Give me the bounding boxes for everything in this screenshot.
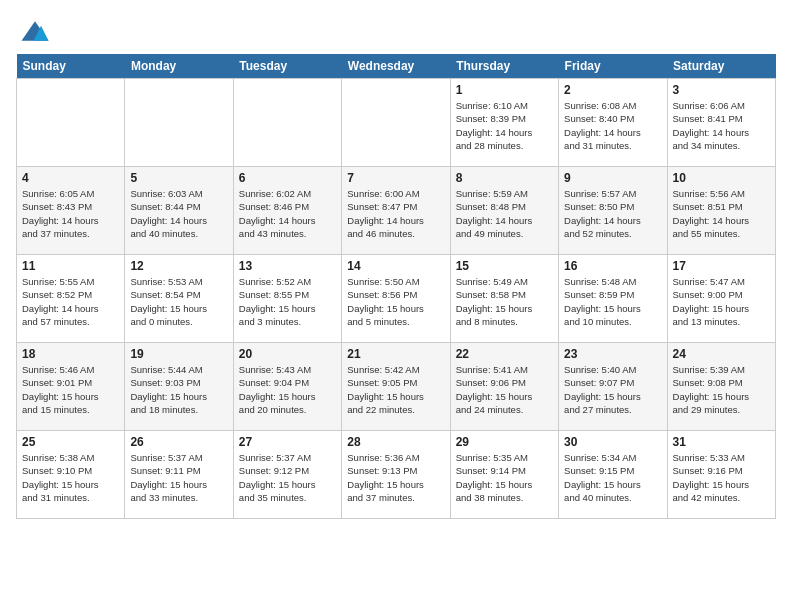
calendar-cell: 8Sunrise: 5:59 AM Sunset: 8:48 PM Daylig…: [450, 167, 558, 255]
day-number: 29: [456, 435, 553, 449]
calendar-week-row: 25Sunrise: 5:38 AM Sunset: 9:10 PM Dayli…: [17, 431, 776, 519]
calendar-cell: 11Sunrise: 5:55 AM Sunset: 8:52 PM Dayli…: [17, 255, 125, 343]
day-number: 26: [130, 435, 227, 449]
day-number: 20: [239, 347, 336, 361]
day-info: Sunrise: 6:06 AM Sunset: 8:41 PM Dayligh…: [673, 99, 770, 152]
day-number: 11: [22, 259, 119, 273]
day-info: Sunrise: 5:43 AM Sunset: 9:04 PM Dayligh…: [239, 363, 336, 416]
calendar-cell: 4Sunrise: 6:05 AM Sunset: 8:43 PM Daylig…: [17, 167, 125, 255]
day-number: 19: [130, 347, 227, 361]
calendar-cell: 3Sunrise: 6:06 AM Sunset: 8:41 PM Daylig…: [667, 79, 775, 167]
day-number: 27: [239, 435, 336, 449]
day-info: Sunrise: 5:33 AM Sunset: 9:16 PM Dayligh…: [673, 451, 770, 504]
day-number: 23: [564, 347, 661, 361]
weekday-header: Saturday: [667, 54, 775, 79]
calendar-cell: 28Sunrise: 5:36 AM Sunset: 9:13 PM Dayli…: [342, 431, 450, 519]
calendar-cell: [342, 79, 450, 167]
calendar-cell: 30Sunrise: 5:34 AM Sunset: 9:15 PM Dayli…: [559, 431, 667, 519]
calendar-week-row: 18Sunrise: 5:46 AM Sunset: 9:01 PM Dayli…: [17, 343, 776, 431]
day-info: Sunrise: 5:53 AM Sunset: 8:54 PM Dayligh…: [130, 275, 227, 328]
day-info: Sunrise: 5:56 AM Sunset: 8:51 PM Dayligh…: [673, 187, 770, 240]
day-info: Sunrise: 5:37 AM Sunset: 9:11 PM Dayligh…: [130, 451, 227, 504]
calendar-cell: 17Sunrise: 5:47 AM Sunset: 9:00 PM Dayli…: [667, 255, 775, 343]
calendar-cell: [233, 79, 341, 167]
logo: [16, 16, 50, 46]
calendar-cell: 14Sunrise: 5:50 AM Sunset: 8:56 PM Dayli…: [342, 255, 450, 343]
weekday-header: Sunday: [17, 54, 125, 79]
calendar-week-row: 11Sunrise: 5:55 AM Sunset: 8:52 PM Dayli…: [17, 255, 776, 343]
calendar-cell: 26Sunrise: 5:37 AM Sunset: 9:11 PM Dayli…: [125, 431, 233, 519]
calendar-week-row: 1Sunrise: 6:10 AM Sunset: 8:39 PM Daylig…: [17, 79, 776, 167]
day-info: Sunrise: 5:37 AM Sunset: 9:12 PM Dayligh…: [239, 451, 336, 504]
day-info: Sunrise: 5:52 AM Sunset: 8:55 PM Dayligh…: [239, 275, 336, 328]
day-number: 22: [456, 347, 553, 361]
day-info: Sunrise: 5:42 AM Sunset: 9:05 PM Dayligh…: [347, 363, 444, 416]
calendar-cell: 1Sunrise: 6:10 AM Sunset: 8:39 PM Daylig…: [450, 79, 558, 167]
weekday-header-row: SundayMondayTuesdayWednesdayThursdayFrid…: [17, 54, 776, 79]
day-info: Sunrise: 6:02 AM Sunset: 8:46 PM Dayligh…: [239, 187, 336, 240]
day-number: 2: [564, 83, 661, 97]
day-info: Sunrise: 5:36 AM Sunset: 9:13 PM Dayligh…: [347, 451, 444, 504]
calendar-cell: 31Sunrise: 5:33 AM Sunset: 9:16 PM Dayli…: [667, 431, 775, 519]
calendar-cell: 13Sunrise: 5:52 AM Sunset: 8:55 PM Dayli…: [233, 255, 341, 343]
calendar-cell: 24Sunrise: 5:39 AM Sunset: 9:08 PM Dayli…: [667, 343, 775, 431]
day-info: Sunrise: 5:47 AM Sunset: 9:00 PM Dayligh…: [673, 275, 770, 328]
calendar-cell: 5Sunrise: 6:03 AM Sunset: 8:44 PM Daylig…: [125, 167, 233, 255]
day-info: Sunrise: 6:08 AM Sunset: 8:40 PM Dayligh…: [564, 99, 661, 152]
calendar-cell: 9Sunrise: 5:57 AM Sunset: 8:50 PM Daylig…: [559, 167, 667, 255]
day-number: 7: [347, 171, 444, 185]
weekday-header: Monday: [125, 54, 233, 79]
calendar-cell: 23Sunrise: 5:40 AM Sunset: 9:07 PM Dayli…: [559, 343, 667, 431]
day-number: 21: [347, 347, 444, 361]
logo-icon: [20, 16, 50, 46]
day-info: Sunrise: 5:59 AM Sunset: 8:48 PM Dayligh…: [456, 187, 553, 240]
day-info: Sunrise: 5:50 AM Sunset: 8:56 PM Dayligh…: [347, 275, 444, 328]
day-number: 18: [22, 347, 119, 361]
day-info: Sunrise: 5:34 AM Sunset: 9:15 PM Dayligh…: [564, 451, 661, 504]
day-number: 1: [456, 83, 553, 97]
calendar-table: SundayMondayTuesdayWednesdayThursdayFrid…: [16, 54, 776, 519]
day-info: Sunrise: 5:35 AM Sunset: 9:14 PM Dayligh…: [456, 451, 553, 504]
day-number: 28: [347, 435, 444, 449]
day-info: Sunrise: 5:39 AM Sunset: 9:08 PM Dayligh…: [673, 363, 770, 416]
calendar-cell: 6Sunrise: 6:02 AM Sunset: 8:46 PM Daylig…: [233, 167, 341, 255]
day-number: 12: [130, 259, 227, 273]
day-info: Sunrise: 5:40 AM Sunset: 9:07 PM Dayligh…: [564, 363, 661, 416]
day-info: Sunrise: 5:38 AM Sunset: 9:10 PM Dayligh…: [22, 451, 119, 504]
day-number: 25: [22, 435, 119, 449]
day-number: 5: [130, 171, 227, 185]
calendar-cell: 21Sunrise: 5:42 AM Sunset: 9:05 PM Dayli…: [342, 343, 450, 431]
day-number: 3: [673, 83, 770, 97]
day-number: 15: [456, 259, 553, 273]
calendar-cell: 20Sunrise: 5:43 AM Sunset: 9:04 PM Dayli…: [233, 343, 341, 431]
calendar-cell: 2Sunrise: 6:08 AM Sunset: 8:40 PM Daylig…: [559, 79, 667, 167]
weekday-header: Wednesday: [342, 54, 450, 79]
day-number: 4: [22, 171, 119, 185]
calendar-cell: 19Sunrise: 5:44 AM Sunset: 9:03 PM Dayli…: [125, 343, 233, 431]
calendar-cell: 18Sunrise: 5:46 AM Sunset: 9:01 PM Dayli…: [17, 343, 125, 431]
day-info: Sunrise: 5:44 AM Sunset: 9:03 PM Dayligh…: [130, 363, 227, 416]
day-number: 31: [673, 435, 770, 449]
day-info: Sunrise: 6:10 AM Sunset: 8:39 PM Dayligh…: [456, 99, 553, 152]
calendar-cell: 22Sunrise: 5:41 AM Sunset: 9:06 PM Dayli…: [450, 343, 558, 431]
day-number: 8: [456, 171, 553, 185]
day-number: 10: [673, 171, 770, 185]
day-info: Sunrise: 5:41 AM Sunset: 9:06 PM Dayligh…: [456, 363, 553, 416]
day-number: 16: [564, 259, 661, 273]
calendar-cell: 15Sunrise: 5:49 AM Sunset: 8:58 PM Dayli…: [450, 255, 558, 343]
day-number: 13: [239, 259, 336, 273]
day-number: 9: [564, 171, 661, 185]
day-info: Sunrise: 5:46 AM Sunset: 9:01 PM Dayligh…: [22, 363, 119, 416]
page-header: [16, 16, 776, 46]
weekday-header: Tuesday: [233, 54, 341, 79]
calendar-cell: [125, 79, 233, 167]
day-info: Sunrise: 5:49 AM Sunset: 8:58 PM Dayligh…: [456, 275, 553, 328]
calendar-week-row: 4Sunrise: 6:05 AM Sunset: 8:43 PM Daylig…: [17, 167, 776, 255]
day-number: 14: [347, 259, 444, 273]
day-info: Sunrise: 6:00 AM Sunset: 8:47 PM Dayligh…: [347, 187, 444, 240]
day-info: Sunrise: 5:57 AM Sunset: 8:50 PM Dayligh…: [564, 187, 661, 240]
weekday-header: Thursday: [450, 54, 558, 79]
calendar-cell: 27Sunrise: 5:37 AM Sunset: 9:12 PM Dayli…: [233, 431, 341, 519]
weekday-header: Friday: [559, 54, 667, 79]
day-info: Sunrise: 6:03 AM Sunset: 8:44 PM Dayligh…: [130, 187, 227, 240]
